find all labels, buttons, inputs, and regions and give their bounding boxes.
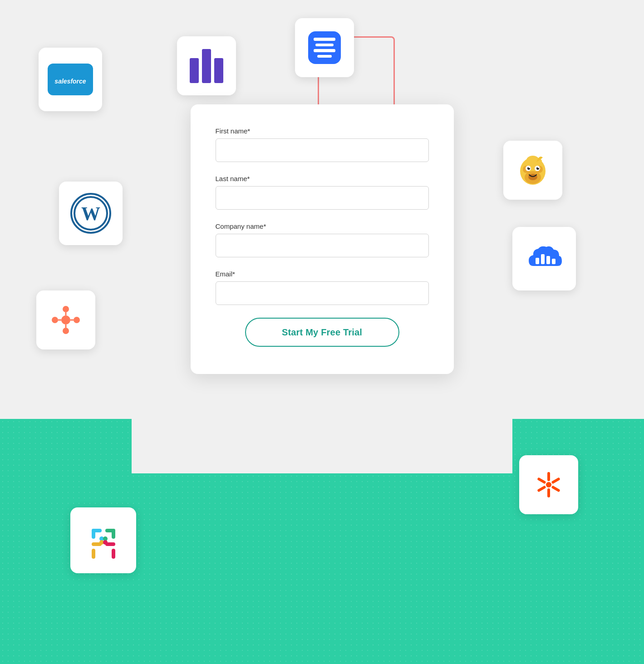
svg-rect-35 [551, 485, 560, 492]
hubspot-logo [49, 304, 82, 336]
intercom-line-2 [315, 44, 334, 47]
miro-bar-2 [202, 49, 211, 83]
salesforce-logo-card: salesforce [39, 48, 102, 111]
last-name-input[interactable] [216, 186, 429, 210]
green-step-left [0, 419, 132, 473]
company-name-group: Company name* [216, 222, 429, 257]
salesforce-logo: salesforce [48, 64, 93, 95]
miro-logo [190, 49, 223, 83]
mailchimp-logo [516, 152, 549, 188]
first-name-label: First name* [216, 127, 429, 135]
svg-point-15 [529, 167, 530, 168]
svg-rect-38 [92, 529, 95, 539]
first-name-group: First name* [216, 127, 429, 162]
svg-rect-36 [537, 477, 546, 484]
svg-text:salesforce: salesforce [54, 78, 86, 85]
baremetrics-logo [526, 242, 562, 275]
signup-form-card: First name* Last name* Company name* Ema… [191, 104, 454, 374]
last-name-group: Last name* [216, 175, 429, 210]
miro-bar-3 [214, 58, 223, 83]
svg-point-30 [546, 482, 551, 487]
intercom-line-1 [314, 38, 335, 41]
svg-rect-18 [541, 254, 545, 264]
company-name-label: Company name* [216, 222, 429, 230]
svg-point-23 [74, 317, 80, 323]
intercom-line-3 [314, 49, 335, 52]
email-group: Email* [216, 270, 429, 305]
mailchimp-logo-card [503, 141, 562, 200]
intercom-logo-card [295, 18, 354, 77]
page-scene: salesforce W [0, 0, 644, 664]
hubspot-logo-card [36, 290, 95, 349]
svg-point-16 [538, 167, 539, 168]
first-name-input[interactable] [216, 138, 429, 162]
svg-rect-31 [547, 472, 550, 481]
company-name-input[interactable] [216, 234, 429, 257]
slack-logo [85, 522, 122, 559]
email-input[interactable] [216, 281, 429, 305]
svg-point-24 [63, 328, 69, 334]
wordpress-logo: W [70, 193, 111, 234]
svg-rect-44 [112, 549, 115, 559]
svg-rect-32 [547, 488, 550, 497]
zapier-logo-card [519, 455, 578, 514]
svg-point-22 [63, 306, 69, 312]
svg-rect-40 [112, 529, 115, 539]
svg-point-21 [61, 315, 70, 325]
svg-rect-33 [551, 477, 560, 484]
svg-point-25 [52, 317, 58, 323]
wordpress-logo-card: W [59, 182, 123, 245]
svg-rect-17 [536, 258, 539, 264]
start-trial-button[interactable]: Start My Free Trial [245, 318, 399, 347]
zapier-logo [532, 468, 565, 501]
svg-rect-19 [546, 256, 550, 264]
miro-logo-card [177, 36, 236, 95]
svg-rect-34 [537, 485, 546, 492]
email-label: Email* [216, 270, 429, 278]
svg-point-48 [103, 540, 108, 545]
svg-rect-20 [552, 259, 556, 264]
svg-rect-42 [92, 549, 95, 559]
slack-logo-card [70, 507, 136, 573]
miro-bar-1 [190, 58, 199, 83]
last-name-label: Last name* [216, 175, 429, 182]
baremetrics-logo-card [512, 227, 576, 290]
svg-text:W: W [81, 203, 100, 224]
intercom-line-4 [317, 55, 332, 58]
intercom-logo [308, 31, 341, 64]
